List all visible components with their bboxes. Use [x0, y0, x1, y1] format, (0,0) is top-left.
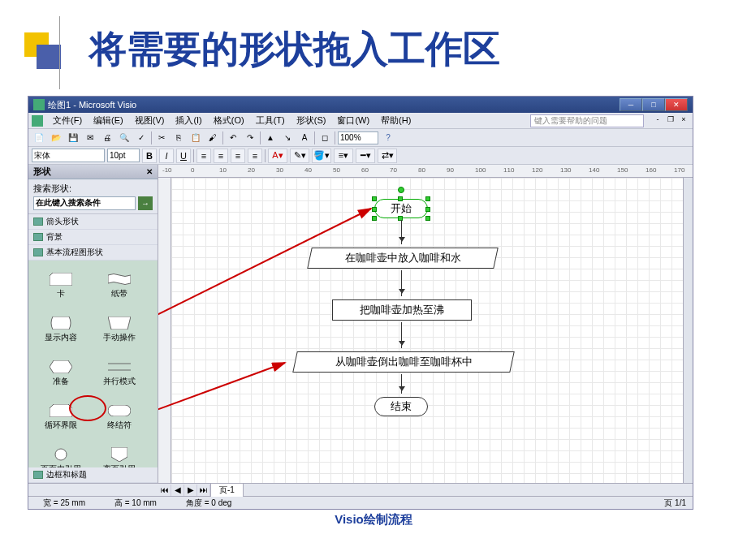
font-color-icon[interactable]: A▾ [268, 149, 287, 163]
shapes-icon[interactable]: ◻ [317, 131, 332, 145]
menu-format[interactable]: 格式(O) [209, 113, 249, 128]
open-icon[interactable]: 📂 [49, 131, 63, 145]
flowchart-end[interactable]: 结束 [374, 397, 428, 416]
search-go-button[interactable]: → [138, 196, 153, 210]
svg-line-19 [158, 363, 285, 425]
line-ends-icon[interactable]: ⇄▾ [378, 149, 397, 163]
tab-first-icon[interactable]: ⏮ [158, 485, 171, 496]
panel-close-icon[interactable]: ✕ [146, 167, 153, 176]
align-center-icon[interactable]: ≡ [214, 149, 228, 163]
doc-minimize-icon[interactable]: - [652, 115, 663, 127]
menu-file[interactable]: 文件(F) [48, 113, 87, 128]
bold-button[interactable]: B [142, 149, 157, 163]
shape-display[interactable]: 显示内容 [32, 308, 90, 351]
stencil-backgrounds[interactable]: 背景 [28, 230, 158, 245]
print-icon[interactable]: 🖨 [100, 131, 114, 145]
connector-4[interactable] [401, 374, 402, 394]
italic-button[interactable]: I [159, 149, 174, 163]
flowchart-step1[interactable]: 在咖啡壶中放入咖啡和水 [307, 248, 499, 269]
doc-close-icon[interactable]: × [678, 115, 689, 127]
canvas[interactable]: -10 0 10 20 30 40 50 60 70 80 90 100 110… [158, 165, 693, 483]
fill-color-icon[interactable]: 🪣▾ [312, 149, 331, 163]
preview-icon[interactable]: 🔍 [117, 131, 132, 145]
format-toolbar: 宋体 10pt B I U ≡ ≡ ≡ ≡ A▾ ✎▾ 🪣▾ ≡▾ ━▾ ⇄▾ [28, 147, 693, 165]
mail-icon[interactable]: ✉ [83, 131, 97, 145]
shape-tape[interactable]: 纸带 [90, 264, 149, 308]
vertical-scrollbar[interactable] [683, 178, 693, 483]
standard-toolbar: 📄 📂 💾 ✉ 🖨 🔍 ✓ ✂ ⎘ 📋 🖌 ↶ ↷ ▲ ↘ A ◻ 100% ? [28, 129, 693, 147]
menu-window[interactable]: 窗口(W) [332, 113, 374, 128]
menu-edit[interactable]: 编辑(E) [89, 113, 128, 128]
line-pattern-icon[interactable]: ━▾ [356, 149, 375, 163]
new-icon[interactable]: 📄 [32, 131, 46, 145]
flowchart-step2[interactable]: 把咖啡壶加热至沸 [332, 299, 472, 321]
search-input[interactable]: 在此键入搜索条件 [33, 196, 136, 210]
font-select[interactable]: 宋体 [32, 149, 105, 162]
maximize-button[interactable]: □ [642, 98, 665, 111]
pointer-icon[interactable]: ▲ [263, 131, 278, 145]
shape-terminator[interactable]: 终结符 [90, 395, 149, 439]
tab-next-icon[interactable]: ▶ [184, 485, 197, 496]
shapes-grid: 卡 纸带 显示内容 手动操作 准备 并行模式 循环界限 终结符 页面内引用 [28, 261, 158, 467]
minimize-button[interactable]: ─ [620, 98, 642, 111]
line-weight-icon[interactable]: ≡▾ [334, 149, 353, 163]
text-icon[interactable]: A [297, 131, 312, 145]
page-tab-1[interactable]: 页-1 [210, 483, 244, 497]
close-button[interactable]: ✕ [665, 98, 688, 111]
underline-button[interactable]: U [176, 149, 191, 163]
shapes-panel-title: 形状 [33, 166, 51, 178]
menu-view[interactable]: 视图(V) [130, 113, 170, 128]
divider [59, 16, 60, 89]
svg-rect-6 [108, 405, 131, 416]
ruler-horizontal: -10 0 10 20 30 40 50 60 70 80 90 100 110… [158, 165, 693, 178]
line-color-icon[interactable]: ✎▾ [290, 149, 309, 163]
svg-marker-1 [108, 317, 131, 330]
paste-icon[interactable]: 📋 [188, 131, 203, 145]
shapes-panel: 形状 ✕ 搜索形状: 在此键入搜索条件 → 箭头形状 背景 基本流程图形状 卡 … [28, 165, 158, 483]
flowchart-start[interactable]: 开始 [374, 199, 428, 218]
titlebar[interactable]: 绘图1 - Microsoft Visio ─ □ ✕ [28, 97, 693, 113]
connector-3[interactable] [401, 322, 402, 348]
size-select[interactable]: 10pt [107, 149, 140, 162]
tab-last-icon[interactable]: ⏭ [197, 485, 210, 496]
stencil-basic-flowchart[interactable]: 基本流程图形状 [28, 245, 158, 261]
redo-icon[interactable]: ↷ [243, 131, 257, 145]
svg-marker-2 [50, 360, 72, 373]
status-width: 宽 = 25 mm [35, 498, 93, 509]
help-search-box[interactable]: 键入需要帮助的问题 [530, 114, 644, 127]
flowchart-step3[interactable]: 从咖啡壶倒出咖啡至咖啡杯中 [292, 351, 515, 373]
connector-2[interactable] [401, 270, 402, 296]
help-icon[interactable]: ? [381, 131, 395, 145]
format-painter-icon[interactable]: 🖌 [205, 131, 220, 145]
connector-icon[interactable]: ↘ [280, 131, 295, 145]
search-label: 搜索形状: [33, 183, 153, 195]
menu-tools[interactable]: 工具(T) [251, 113, 290, 128]
menu-shapes[interactable]: 形状(S) [291, 113, 331, 128]
shape-loop-limit[interactable]: 循环界限 [32, 395, 90, 439]
cut-icon[interactable]: ✂ [154, 131, 169, 145]
zoom-select[interactable]: 100% [338, 131, 378, 144]
shape-card[interactable]: 卡 [32, 264, 90, 308]
doc-restore-icon[interactable]: ❐ [665, 115, 676, 127]
tab-prev-icon[interactable]: ◀ [171, 485, 184, 496]
stencil-borders-titles[interactable]: 边框和标题 [28, 467, 158, 483]
shape-manual[interactable]: 手动操作 [90, 308, 149, 351]
connector-1[interactable] [401, 220, 402, 244]
status-angle: 角度 = 0 deg [178, 498, 240, 509]
status-page: 页 1/1 [664, 498, 686, 509]
shape-parallel[interactable]: 并行模式 [90, 351, 149, 395]
undo-icon[interactable]: ↶ [226, 131, 240, 145]
spell-icon[interactable]: ✓ [134, 131, 149, 145]
copy-icon[interactable]: ⎘ [171, 131, 186, 145]
menu-help[interactable]: 帮助(H) [376, 113, 416, 128]
stencil-arrows[interactable]: 箭头形状 [28, 214, 158, 230]
menu-insert[interactable]: 插入(I) [171, 113, 206, 128]
align-left-icon[interactable]: ≡ [196, 149, 211, 163]
align-justify-icon[interactable]: ≡ [248, 149, 262, 163]
shape-offpage-ref[interactable]: 离页引用 [90, 439, 149, 467]
shape-onpage-ref[interactable]: 页面内引用 [32, 439, 90, 467]
align-right-icon[interactable]: ≡ [231, 149, 245, 163]
drawing-grid[interactable]: 开始 在咖啡壶中放入咖啡和水 把咖啡壶加热至沸 [171, 178, 683, 483]
shape-preparation[interactable]: 准备 [32, 351, 90, 395]
save-icon[interactable]: 💾 [66, 131, 80, 145]
